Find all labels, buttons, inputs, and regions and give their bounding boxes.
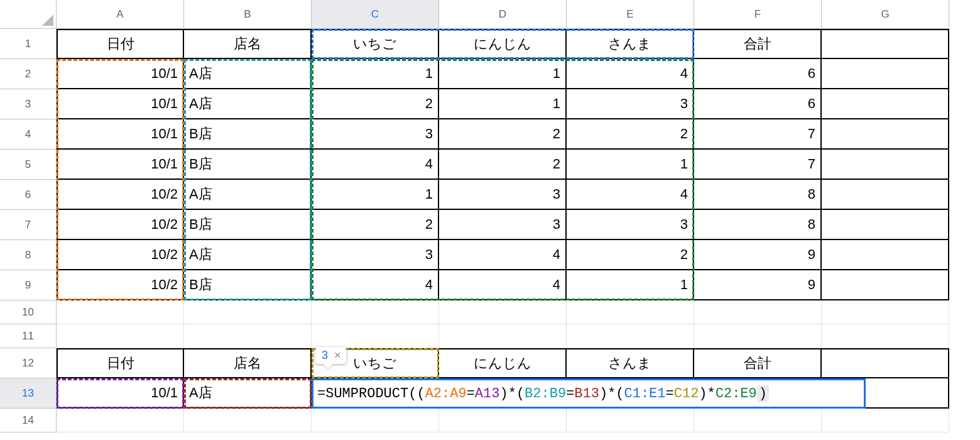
- cell[interactable]: [822, 180, 949, 210]
- table-row[interactable]: 3: [312, 119, 439, 150]
- row-header-6[interactable]: 6: [0, 180, 57, 210]
- row-header-1[interactable]: 1: [0, 29, 57, 59]
- table-header[interactable]: 店名: [184, 29, 312, 59]
- cell[interactable]: [822, 89, 949, 119]
- table-header[interactable]: 日付: [57, 348, 184, 378]
- cell-grid[interactable]: 日付店名いちごにんじんさんま合計10/1A店114610/1A店213610/1…: [57, 29, 949, 432]
- cell[interactable]: [567, 324, 694, 348]
- row-header-5[interactable]: 5: [0, 150, 57, 180]
- table-row[interactable]: 3: [312, 240, 439, 270]
- cell[interactable]: [312, 300, 439, 324]
- table-row[interactable]: A店: [184, 240, 312, 270]
- table-row[interactable]: 3: [567, 210, 694, 240]
- table-row[interactable]: 4: [312, 150, 439, 180]
- cell[interactable]: [439, 300, 567, 324]
- column-header-a[interactable]: A: [57, 0, 184, 29]
- cell[interactable]: [694, 409, 822, 432]
- table-row[interactable]: 10/1: [57, 378, 184, 409]
- row-header-4[interactable]: 4: [0, 119, 57, 150]
- table-header[interactable]: さんま: [567, 348, 694, 378]
- cell[interactable]: [822, 59, 949, 89]
- cell[interactable]: [822, 240, 949, 270]
- formula-editor[interactable]: =SUMPRODUCT((A2:A9=A13)*(B2:B9=B13)*(C1:…: [312, 378, 866, 409]
- cell[interactable]: [822, 300, 949, 324]
- table-header[interactable]: にんじん: [439, 29, 567, 59]
- table-row[interactable]: 2: [439, 119, 567, 150]
- row-header-13[interactable]: 13: [0, 378, 57, 409]
- row-header-14[interactable]: 14: [0, 409, 57, 432]
- table-row[interactable]: 1: [312, 180, 439, 210]
- table-row[interactable]: 10/2: [57, 270, 184, 300]
- column-header-d[interactable]: D: [439, 0, 567, 29]
- cell[interactable]: [57, 409, 184, 432]
- table-row[interactable]: 4: [439, 270, 567, 300]
- row-header-10[interactable]: 10: [0, 300, 57, 324]
- column-header-g[interactable]: G: [822, 0, 949, 29]
- table-row[interactable]: 1: [312, 59, 439, 89]
- close-icon[interactable]: ×: [334, 349, 341, 362]
- table-row[interactable]: B店: [184, 119, 312, 150]
- row-header-2[interactable]: 2: [0, 59, 57, 89]
- cell[interactable]: [822, 119, 949, 150]
- cell[interactable]: [57, 324, 184, 348]
- row-header-9[interactable]: 9: [0, 270, 57, 300]
- select-all-corner[interactable]: [0, 0, 57, 29]
- table-row[interactable]: 2: [439, 150, 567, 180]
- table-row[interactable]: 1: [567, 150, 694, 180]
- table-row[interactable]: 10/2: [57, 180, 184, 210]
- table-row[interactable]: 10/1: [57, 89, 184, 119]
- spreadsheet[interactable]: ABCDEFG 1234567891011121314 日付店名いちごにんじんさ…: [0, 0, 980, 440]
- row-headers[interactable]: 1234567891011121314: [0, 29, 57, 432]
- cell[interactable]: [694, 300, 822, 324]
- cell[interactable]: [567, 409, 694, 432]
- table-row[interactable]: 2: [312, 210, 439, 240]
- row-header-7[interactable]: 7: [0, 210, 57, 240]
- cell[interactable]: [822, 150, 949, 180]
- table-header[interactable]: 合計: [694, 348, 822, 378]
- cell[interactable]: [822, 29, 949, 59]
- table-header[interactable]: にんじん: [439, 348, 567, 378]
- table-row[interactable]: B店: [184, 210, 312, 240]
- table-row[interactable]: 4: [439, 240, 567, 270]
- cell[interactable]: [184, 300, 312, 324]
- column-header-e[interactable]: E: [567, 0, 694, 29]
- table-row[interactable]: 1: [439, 59, 567, 89]
- table-row[interactable]: 10/2: [57, 240, 184, 270]
- table-row[interactable]: 2: [567, 240, 694, 270]
- row-header-11[interactable]: 11: [0, 324, 57, 348]
- table-row[interactable]: A店: [184, 378, 312, 409]
- row-header-12[interactable]: 12: [0, 348, 57, 378]
- table-row[interactable]: 4: [567, 59, 694, 89]
- table-row[interactable]: A店: [184, 180, 312, 210]
- column-header-b[interactable]: B: [184, 0, 312, 29]
- table-row[interactable]: 2: [312, 89, 439, 119]
- table-row[interactable]: 1: [567, 270, 694, 300]
- table-row[interactable]: B店: [184, 150, 312, 180]
- table-row[interactable]: 6: [694, 89, 822, 119]
- table-row[interactable]: 4: [312, 270, 439, 300]
- cell[interactable]: [439, 409, 567, 432]
- cell[interactable]: [57, 300, 184, 324]
- table-row[interactable]: 4: [567, 180, 694, 210]
- cell[interactable]: [822, 210, 949, 240]
- cell[interactable]: [312, 324, 439, 348]
- table-header[interactable]: 日付: [57, 29, 184, 59]
- cell[interactable]: [439, 324, 567, 348]
- table-row[interactable]: 9: [694, 240, 822, 270]
- cell[interactable]: [822, 409, 949, 432]
- table-row[interactable]: 8: [694, 210, 822, 240]
- row-header-3[interactable]: 3: [0, 89, 57, 119]
- cell[interactable]: [184, 409, 312, 432]
- column-header-f[interactable]: F: [694, 0, 822, 29]
- table-row[interactable]: 8: [694, 180, 822, 210]
- table-row[interactable]: B店: [184, 270, 312, 300]
- table-row[interactable]: 1: [439, 89, 567, 119]
- table-row[interactable]: A店: [184, 89, 312, 119]
- table-row[interactable]: A店: [184, 59, 312, 89]
- row-header-8[interactable]: 8: [0, 240, 57, 270]
- table-header[interactable]: いちご: [312, 29, 439, 59]
- column-header-c[interactable]: C: [312, 0, 439, 29]
- table-row[interactable]: 6: [694, 59, 822, 89]
- cell[interactable]: [184, 324, 312, 348]
- table-row[interactable]: 2: [567, 119, 694, 150]
